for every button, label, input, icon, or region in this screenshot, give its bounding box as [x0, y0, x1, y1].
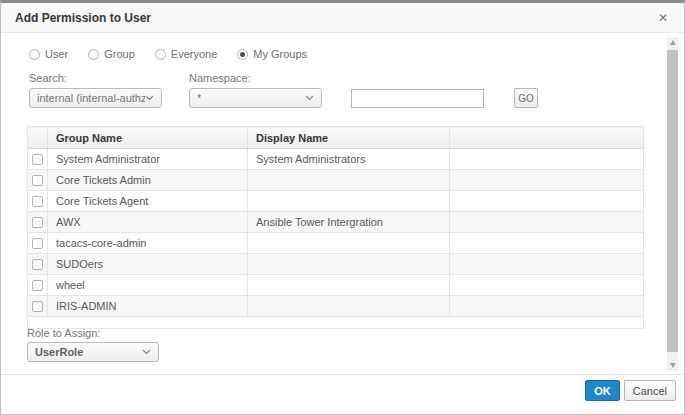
row-checkbox[interactable] [32, 154, 43, 165]
namespace-select-value: * [197, 92, 201, 104]
group-name-cell: wheel [48, 275, 248, 296]
close-icon[interactable]: ✕ [654, 10, 672, 26]
radio-everyone[interactable]: Everyone [155, 48, 217, 60]
namespace-select[interactable]: * [189, 88, 322, 108]
triangle-down-icon [670, 363, 676, 368]
display-name-cell [248, 233, 450, 254]
group-name-cell: Core Tickets Agent [48, 191, 248, 212]
search-label: Search: [29, 72, 67, 84]
extra-cell [450, 296, 644, 317]
radio-circle-selected-icon[interactable] [237, 49, 248, 60]
display-name-cell [248, 170, 450, 191]
extra-cell [450, 212, 644, 233]
dialog-header: Add Permission to User ✕ [1, 3, 684, 33]
extra-cell [450, 254, 644, 275]
table-row[interactable]: tacacs-core-admin [28, 233, 644, 254]
table-row[interactable]: Core Tickets Agent [28, 191, 644, 212]
scrollbar-thumb[interactable] [667, 50, 678, 352]
role-to-assign-label: Role to Assign: [27, 327, 100, 339]
group-name-cell: IRIS-ADMIN [48, 296, 248, 317]
table-header-row: Group Name Display Name [28, 127, 644, 149]
group-name-cell: SUDOers [48, 254, 248, 275]
role-select[interactable]: UserRole [27, 342, 159, 362]
extra-cell [450, 191, 644, 212]
chevron-down-icon [142, 349, 151, 355]
display-name-cell [248, 275, 450, 296]
extra-cell [450, 233, 644, 254]
go-button[interactable]: GO [514, 88, 538, 108]
groups-table: Group Name Display Name System Administr… [27, 126, 644, 329]
radio-circle-icon[interactable] [155, 49, 166, 60]
radio-circle-icon[interactable] [29, 49, 40, 60]
group-name-column-header: Group Name [48, 127, 248, 149]
group-name-cell: AWX [48, 212, 248, 233]
triangle-up-icon [670, 40, 676, 45]
add-permission-dialog: Add Permission to User ✕ User Group Ever… [0, 0, 685, 415]
search-select[interactable]: internal (internal-authz) [29, 88, 162, 108]
table-row[interactable]: SUDOers [28, 254, 644, 275]
checkbox-column-header [28, 127, 48, 149]
display-name-column-header: Display Name [248, 127, 450, 149]
radio-user-label: User [45, 48, 68, 60]
row-checkbox[interactable] [32, 217, 43, 228]
table-row[interactable]: AWX Ansible Tower Intergration [28, 212, 644, 233]
radio-group-label: Group [104, 48, 135, 60]
row-checkbox[interactable] [32, 238, 43, 249]
chevron-down-icon [145, 95, 154, 101]
display-name-cell [248, 254, 450, 275]
vertical-scrollbar[interactable] [667, 37, 678, 371]
radio-circle-icon[interactable] [88, 49, 99, 60]
ok-button[interactable]: OK [585, 380, 620, 401]
extra-cell [450, 275, 644, 296]
extra-column-header [450, 127, 644, 149]
radio-group[interactable]: Group [88, 48, 135, 60]
radio-my-groups[interactable]: My Groups [237, 48, 307, 60]
row-checkbox[interactable] [32, 301, 43, 312]
cancel-button[interactable]: Cancel [624, 380, 676, 401]
table-row[interactable]: IRIS-ADMIN [28, 296, 644, 317]
dialog-title: Add Permission to User [15, 11, 654, 25]
filter-input[interactable] [351, 89, 484, 108]
radio-everyone-label: Everyone [171, 48, 217, 60]
display-name-cell [248, 296, 450, 317]
display-name-cell [248, 191, 450, 212]
permission-type-radio-group: User Group Everyone My Groups [29, 48, 307, 60]
role-select-value: UserRole [35, 346, 83, 358]
row-checkbox[interactable] [32, 259, 43, 270]
search-select-value: internal (internal-authz) [37, 92, 145, 104]
extra-cell [450, 170, 644, 191]
table-row[interactable]: wheel [28, 275, 644, 296]
group-name-cell: System Administrator [48, 149, 248, 170]
row-checkbox[interactable] [32, 175, 43, 186]
radio-my-groups-label: My Groups [253, 48, 307, 60]
row-checkbox[interactable] [32, 196, 43, 207]
group-name-cell: Core Tickets Admin [48, 170, 248, 191]
extra-cell [450, 149, 644, 170]
table-filler-row [28, 317, 644, 329]
dialog-footer: OK Cancel [1, 371, 684, 414]
scroll-down-button[interactable] [667, 360, 678, 371]
chevron-down-icon [305, 95, 314, 101]
radio-user[interactable]: User [29, 48, 68, 60]
table-row[interactable]: System Administrator System Administrato… [28, 149, 644, 170]
row-checkbox[interactable] [32, 280, 43, 291]
group-name-cell: tacacs-core-admin [48, 233, 248, 254]
scroll-up-button[interactable] [667, 37, 678, 48]
table-row[interactable]: Core Tickets Admin [28, 170, 644, 191]
display-name-cell: Ansible Tower Intergration [248, 212, 450, 233]
display-name-cell: System Administrators [248, 149, 450, 170]
namespace-label: Namespace: [189, 72, 251, 84]
